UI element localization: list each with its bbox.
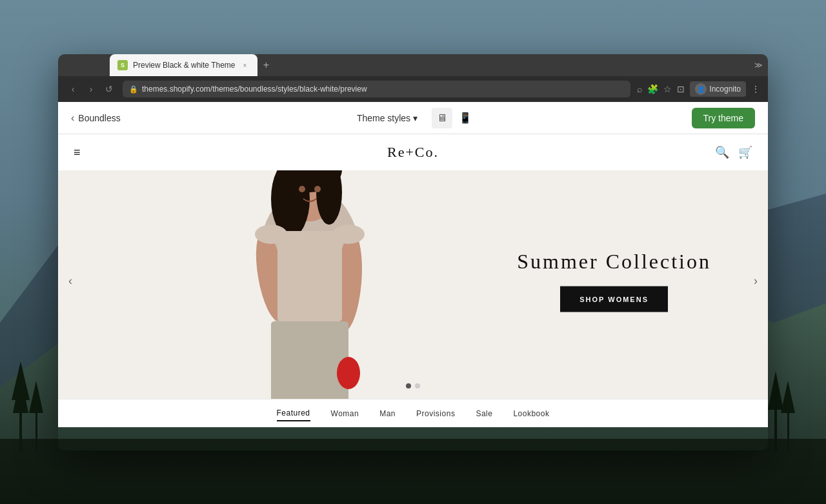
svg-point-26 xyxy=(255,225,287,244)
slide-dot-1[interactable] xyxy=(406,383,411,388)
store-cart-icon[interactable]: 🛒 xyxy=(738,145,752,159)
active-tab[interactable]: S Preview Black & white Theme × xyxy=(110,54,257,76)
back-button[interactable]: ‹ xyxy=(66,82,80,96)
hero-title: Summer Collection xyxy=(517,250,711,274)
hamburger-menu-icon[interactable]: ≡ xyxy=(74,146,81,159)
hero-text-block: Summer Collection SHOP WOMENS xyxy=(517,250,711,312)
forward-button[interactable]: › xyxy=(84,82,98,96)
carousel-prev-button[interactable]: ‹ xyxy=(63,269,77,293)
svg-rect-7 xyxy=(35,407,37,452)
back-to-themes-button[interactable]: ‹ Boundless xyxy=(71,112,121,124)
carousel-next-button[interactable]: › xyxy=(749,269,763,293)
device-toggle-buttons: 🖥 📱 xyxy=(432,108,476,128)
slide-dot-2[interactable] xyxy=(415,383,420,388)
theme-toolbar: ‹ Boundless Theme styles ▾ 🖥 📱 Try theme xyxy=(58,102,768,134)
mobile-view-button[interactable]: 📱 xyxy=(455,108,476,128)
store-search-icon[interactable]: 🔍 xyxy=(715,145,729,159)
browser-search-icon[interactable]: ⌕ xyxy=(637,84,642,94)
svg-point-23 xyxy=(337,357,360,389)
refresh-button[interactable]: ↺ xyxy=(102,82,116,96)
store-header-icons: 🔍 🛒 xyxy=(715,145,752,159)
nav-item-sale[interactable]: Sale xyxy=(476,407,492,421)
theme-center-controls: Theme styles ▾ 🖥 📱 xyxy=(350,108,476,128)
star-icon[interactable]: ☆ xyxy=(663,84,672,94)
address-bar: ‹ › ↺ 🔒 themes.shopify.com/themes/boundl… xyxy=(58,76,768,102)
store-bottom-nav: Featured Woman Man Provisions Sale Lookb… xyxy=(58,399,768,427)
split-icon[interactable]: ⊡ xyxy=(677,84,685,94)
nav-buttons: ‹ › ↺ xyxy=(66,82,116,96)
incognito-label: Incognito xyxy=(709,85,741,94)
slide-dots xyxy=(406,383,420,388)
theme-styles-button[interactable]: Theme styles ▾ xyxy=(350,109,424,127)
chevron-down-icon: ▾ xyxy=(413,113,418,123)
nav-item-lookbook[interactable]: Lookbook xyxy=(513,407,549,421)
address-input[interactable]: 🔒 themes.shopify.com/themes/boundless/st… xyxy=(123,81,630,97)
incognito-button[interactable]: 👤 Incognito xyxy=(690,81,746,97)
nav-item-man[interactable]: Man xyxy=(379,407,396,421)
nav-item-featured[interactable]: Featured xyxy=(277,406,310,421)
browser-toolbar-right: ⌕ 🧩 ☆ ⊡ 👤 Incognito ⋮ xyxy=(637,81,760,97)
svg-rect-22 xyxy=(277,231,342,321)
hero-section: Summer Collection SHOP WOMENS ‹ › xyxy=(58,134,768,427)
store-logo: Re+Co. xyxy=(387,144,439,161)
shop-womens-button[interactable]: SHOP WOMENS xyxy=(560,287,668,312)
tab-close-button[interactable]: × xyxy=(241,61,250,70)
tab-title: Preview Black & white Theme xyxy=(133,61,236,70)
extension-icon[interactable]: 🧩 xyxy=(647,84,658,94)
more-menu-icon[interactable]: ⋮ xyxy=(751,84,760,94)
theme-styles-label: Theme styles xyxy=(357,113,410,123)
svg-rect-11 xyxy=(787,407,789,452)
svg-point-25 xyxy=(314,186,321,192)
svg-point-27 xyxy=(332,225,365,244)
try-theme-button[interactable]: Try theme xyxy=(692,108,756,128)
preview-area: ≡ Re+Co. 🔍 🛒 xyxy=(58,134,768,427)
nav-item-provisions[interactable]: Provisions xyxy=(416,407,455,421)
desktop-view-button[interactable]: 🖥 xyxy=(432,108,452,128)
tab-bar: S Preview Black & white Theme × + ≫ xyxy=(58,54,768,76)
lock-icon: 🔒 xyxy=(129,85,138,94)
back-chevron-icon: ‹ xyxy=(71,112,74,124)
store-preview: ≡ Re+Co. 🔍 🛒 xyxy=(58,134,768,427)
nav-item-woman[interactable]: Woman xyxy=(331,407,359,421)
svg-point-24 xyxy=(299,186,305,192)
new-tab-button[interactable]: + xyxy=(257,59,276,71)
theme-breadcrumb: Boundless xyxy=(78,113,120,123)
browser-window: S Preview Black & white Theme × + ≫ ‹ › … xyxy=(58,54,768,450)
incognito-icon: 👤 xyxy=(695,83,707,95)
store-header: ≡ Re+Co. 🔍 🛒 xyxy=(58,134,768,170)
tab-menu-button[interactable]: ≫ xyxy=(754,54,768,76)
url-text: themes.shopify.com/themes/boundless/styl… xyxy=(142,85,367,94)
tab-favicon: S xyxy=(117,60,128,70)
